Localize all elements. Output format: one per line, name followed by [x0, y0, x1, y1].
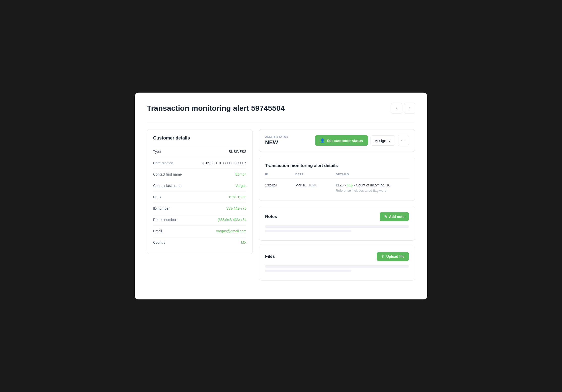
- set-status-label: Set customer status: [327, 138, 363, 143]
- next-button[interactable]: ›: [404, 103, 415, 114]
- alert-details-card: Transaction monitoring alert details ID …: [259, 157, 415, 201]
- detail-label: Contact last name: [153, 184, 182, 188]
- alert-details-title: Transaction monitoring alert details: [265, 163, 409, 168]
- add-note-label: Add note: [389, 215, 404, 219]
- detail-value[interactable]: 333-442-776: [227, 206, 246, 210]
- detail-row: Date created2016-03-10T33:11:00.0000Z: [153, 157, 246, 169]
- upload-file-button[interactable]: ⇧ Upload file: [377, 252, 409, 261]
- upload-label: Upload file: [386, 255, 404, 259]
- files-placeholder-1: [265, 265, 409, 268]
- col-details: DETAILS: [336, 173, 409, 176]
- row-id: 132424: [265, 183, 295, 187]
- detail-value[interactable]: 1978-19-09: [228, 195, 246, 199]
- detail-label: DOB: [153, 195, 161, 199]
- add-note-button[interactable]: ✎ Add note: [380, 212, 409, 221]
- alert-actions: 👤 Set customer status Assign ⌄ ···: [315, 135, 409, 146]
- notes-placeholder-1: [265, 225, 409, 228]
- assign-button[interactable]: Assign ⌄: [371, 135, 395, 146]
- notes-header: Notes ✎ Add note: [265, 212, 409, 221]
- files-header: Files ⇧ Upload file: [265, 252, 409, 261]
- customer-details-title: Customer details: [153, 135, 246, 141]
- detail-row: DOB1978-19-09: [153, 191, 246, 203]
- page-header: Transaction monitoring alert 59745504 ‹ …: [147, 103, 415, 114]
- files-card: Files ⇧ Upload file: [259, 246, 415, 281]
- customer-details-card: Customer details TypeBUSINESSDate create…: [147, 129, 253, 254]
- row-time: 10:48: [308, 183, 317, 187]
- col-date: DATE: [295, 173, 336, 176]
- chevron-down-icon: ⌄: [388, 138, 391, 143]
- row-date: Mar 10 10:48: [295, 183, 336, 187]
- row-main-detail: €123 • 445 • Count of incoming: 10: [336, 183, 409, 187]
- right-panel: ALERT STATUS NEW 👤 Set customer status A…: [259, 129, 415, 281]
- main-window: Transaction monitoring alert 59745504 ‹ …: [135, 93, 427, 299]
- link-445[interactable]: 445: [347, 183, 353, 187]
- assign-label: Assign: [375, 138, 386, 143]
- col-id: ID: [265, 173, 295, 176]
- detail-label: Date created: [153, 161, 173, 165]
- detail-label: Contact first name: [153, 172, 182, 176]
- row-sub-detail: Reference includes a red flag word: [336, 189, 409, 192]
- detail-row: ID number333-442-776: [153, 203, 246, 214]
- alert-status-card: ALERT STATUS NEW 👤 Set customer status A…: [259, 129, 415, 152]
- detail-row: CountryMX: [153, 237, 246, 248]
- detail-value[interactable]: vargas@gmail.com: [216, 229, 246, 233]
- customer-details-rows: TypeBUSINESSDate created2016-03-10T33:11…: [153, 146, 246, 248]
- notes-card: Notes ✎ Add note: [259, 206, 415, 241]
- row-details: €123 • 445 • Count of incoming: 10 Refer…: [336, 183, 409, 192]
- detail-label: Country: [153, 240, 165, 244]
- detail-row: TypeBUSINESS: [153, 146, 246, 157]
- files-placeholder-2: [265, 270, 351, 272]
- page-title: Transaction monitoring alert 59745504: [147, 104, 285, 113]
- detail-value: 2016-03-10T33:11:00.0000Z: [202, 161, 246, 165]
- alert-table-header: ID DATE DETAILS: [265, 173, 409, 179]
- detail-value[interactable]: (338)943-433x434: [218, 218, 246, 222]
- prev-button[interactable]: ‹: [391, 103, 402, 114]
- alert-status-value: NEW: [265, 139, 289, 146]
- detail-row: Phone number(338)943-433x434: [153, 214, 246, 225]
- detail-value: BUSINESS: [229, 150, 246, 154]
- upload-icon: ⇧: [381, 255, 384, 259]
- header-divider: [147, 122, 415, 122]
- edit-icon: ✎: [384, 215, 387, 219]
- person-icon: 👤: [320, 138, 325, 143]
- alert-status-info: ALERT STATUS NEW: [265, 135, 289, 146]
- notes-title: Notes: [265, 214, 277, 219]
- detail-value[interactable]: MX: [241, 240, 246, 244]
- detail-value[interactable]: Vargas: [236, 184, 246, 188]
- detail-label: Phone number: [153, 218, 176, 222]
- files-title: Files: [265, 254, 275, 259]
- detail-row: Contact last nameVargas: [153, 180, 246, 191]
- content-grid: Customer details TypeBUSINESSDate create…: [147, 129, 415, 281]
- alert-table-row: 132424 Mar 10 10:48 €123 • 445 • Count o…: [265, 179, 409, 194]
- alert-status-label: ALERT STATUS: [265, 135, 289, 138]
- detail-label: Type: [153, 150, 161, 154]
- nav-buttons: ‹ ›: [391, 103, 415, 114]
- detail-label: Email: [153, 229, 162, 233]
- detail-label: ID number: [153, 206, 170, 210]
- detail-row: Contact first nameEdmon: [153, 169, 246, 180]
- detail-value[interactable]: Edmon: [235, 172, 246, 176]
- more-options-button[interactable]: ···: [398, 135, 409, 146]
- detail-row: Emailvargas@gmail.com: [153, 225, 246, 237]
- set-customer-status-button[interactable]: 👤 Set customer status: [315, 135, 368, 146]
- notes-placeholder-2: [265, 230, 351, 232]
